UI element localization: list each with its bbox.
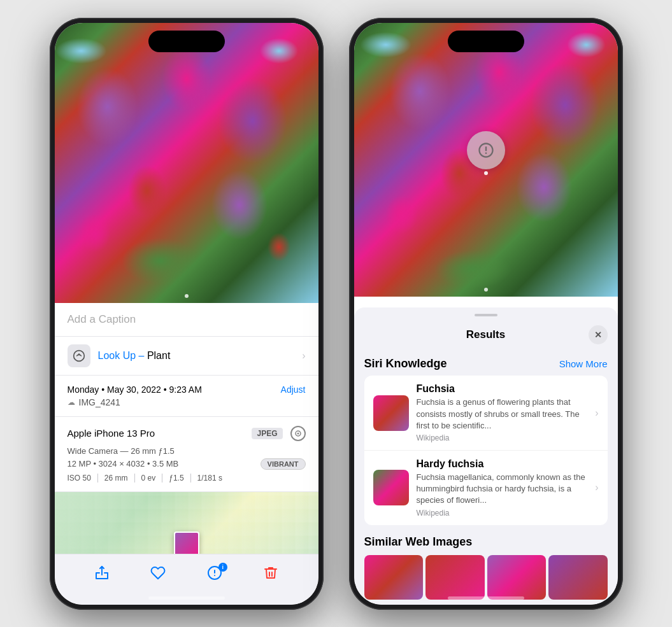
hardy-name: Hardy fuchsia (417, 458, 590, 470)
similar-image-1[interactable] (364, 555, 424, 600)
cloud-icon: ☁ (68, 398, 75, 407)
home-indicator-right (448, 596, 524, 600)
exif-shutter: 1/181 s (191, 474, 229, 483)
fuchsia-desc: Fuchsia is a genus of flowering plants t… (417, 397, 590, 432)
right-phone: Results ✕ Siri Knowledge Show More (349, 18, 623, 610)
camera-info: Wide Camera — 26 mm ƒ1.5 (68, 446, 306, 456)
sheet-handle (475, 314, 497, 316)
meta-filename: ☁ IMG_4241 (68, 397, 306, 407)
delete-button[interactable] (263, 565, 278, 581)
device-section: Apple iPhone 13 Pro JPEG Wide Camera — 2… (55, 417, 318, 492)
fuchsia-name: Fuchsia (417, 383, 590, 395)
exif-mm: 26 mm (98, 474, 135, 483)
flower-photo-right (354, 23, 618, 297)
svg-point-2 (297, 432, 299, 434)
fuchsia-thumb (373, 395, 409, 431)
similar-title: Similar Web Images (364, 535, 608, 549)
caption-input[interactable]: Add a Caption (55, 303, 318, 337)
lookup-text: Look Up – Plant (98, 350, 171, 362)
sheet-title: Results (383, 328, 589, 341)
fuchsia-source: Wikipedia (417, 433, 590, 442)
sheet-close-button[interactable]: ✕ (589, 325, 608, 344)
info-badge: i (218, 563, 227, 572)
like-button[interactable] (150, 565, 166, 581)
knowledge-item-hardy[interactable]: Hardy fuchsia Fuchsia magellanica, commo… (364, 451, 608, 525)
hardy-thumb (373, 470, 409, 505)
exif-row: ISO 50 26 mm 0 ev ƒ1.5 1/181 s (68, 474, 306, 483)
similar-image-4[interactable] (548, 555, 608, 600)
siri-knowledge-title: Siri Knowledge (364, 357, 447, 370)
adjust-button[interactable]: Adjust (281, 384, 306, 395)
home-indicator (148, 596, 225, 600)
vibrant-badge: VIBRANT (261, 458, 306, 470)
similar-section: Similar Web Images (354, 530, 618, 605)
svg-point-0 (78, 353, 80, 355)
flower-photo-left (55, 23, 318, 303)
results-sheet: Results ✕ Siri Knowledge Show More (354, 307, 618, 604)
device-name: Apple iPhone 13 Pro (68, 428, 155, 439)
similar-image-3[interactable] (487, 555, 547, 600)
knowledge-item-fuchsia[interactable]: Fuchsia Fuchsia is a genus of flowering … (364, 376, 608, 451)
hardy-source: Wikipedia (417, 509, 590, 518)
file-size: 12 MP • 3024 × 4032 • 3.5 MB (68, 459, 179, 468)
fuchsia-chevron-icon: › (595, 407, 598, 419)
lookup-row[interactable]: Look Up – Plant › (55, 337, 318, 376)
similar-image-2[interactable] (425, 555, 485, 600)
jpeg-badge: JPEG (252, 428, 282, 439)
fuchsia-info: Fuchsia Fuchsia is a genus of flowering … (417, 383, 590, 442)
visual-lookup-icon (68, 344, 90, 367)
hardy-desc: Fuchsia magellanica, commonly known as t… (417, 472, 590, 507)
meta-section: Monday • May 30, 2022 • 9:23 AM Adjust ☁… (55, 376, 318, 417)
page-dot-right (484, 288, 488, 292)
hardy-chevron-icon: › (595, 482, 598, 493)
exif-iso: ISO 50 (68, 474, 98, 483)
left-phone: Add a Caption Look Up – Plant › (50, 18, 324, 610)
hardy-info: Hardy fuchsia Fuchsia magellanica, commo… (417, 458, 590, 518)
exif-ev: 0 ev (135, 474, 163, 483)
share-button[interactable] (94, 565, 110, 581)
dynamic-island-right (448, 31, 524, 52)
similar-images-row (364, 555, 608, 600)
right-screen: Results ✕ Siri Knowledge Show More (354, 23, 618, 605)
sheet-header: Results ✕ (354, 320, 618, 352)
siri-knowledge-header: Siri Knowledge Show More (354, 352, 618, 376)
vlu-connector-dot (484, 171, 488, 175)
info-button[interactable]: i (207, 565, 222, 581)
page-dot (185, 294, 189, 298)
lens-icon (290, 426, 306, 441)
map-section (55, 492, 318, 562)
show-more-button[interactable]: Show More (559, 358, 608, 369)
left-screen: Add a Caption Look Up – Plant › (55, 23, 318, 605)
exif-aperture: ƒ1.5 (162, 474, 190, 483)
visual-lookup-button[interactable] (467, 131, 505, 169)
meta-date: Monday • May 30, 2022 • 9:23 AM (68, 384, 202, 395)
caption-placeholder: Add a Caption (68, 313, 136, 325)
map-photo-thumb (174, 532, 199, 557)
dynamic-island (148, 31, 225, 52)
lookup-chevron-icon: › (302, 350, 305, 362)
knowledge-card: Fuchsia Fuchsia is a genus of flowering … (364, 376, 608, 525)
